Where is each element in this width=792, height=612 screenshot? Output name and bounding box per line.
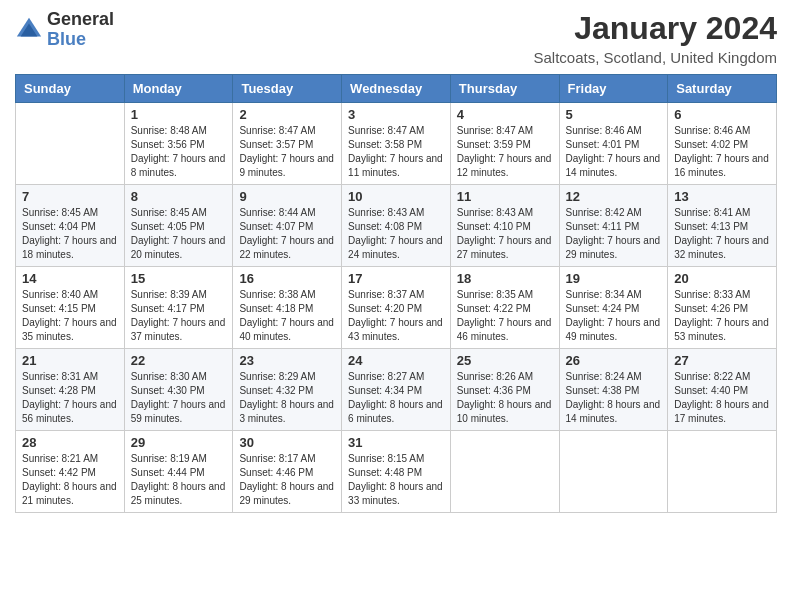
cell-info: Sunrise: 8:43 AMSunset: 4:08 PMDaylight:…: [348, 206, 444, 262]
cell-0-1: 1 Sunrise: 8:48 AMSunset: 3:56 PMDayligh…: [124, 103, 233, 185]
title-block: January 2024 Saltcoats, Scotland, United…: [534, 10, 777, 66]
cell-info: Sunrise: 8:31 AMSunset: 4:28 PMDaylight:…: [22, 370, 118, 426]
cell-0-6: 6 Sunrise: 8:46 AMSunset: 4:02 PMDayligh…: [668, 103, 777, 185]
cell-info: Sunrise: 8:27 AMSunset: 4:34 PMDaylight:…: [348, 370, 444, 426]
date-number: 16: [239, 271, 335, 286]
cell-info: Sunrise: 8:29 AMSunset: 4:32 PMDaylight:…: [239, 370, 335, 426]
date-number: 7: [22, 189, 118, 204]
header-friday: Friday: [559, 75, 668, 103]
cell-info: Sunrise: 8:43 AMSunset: 4:10 PMDaylight:…: [457, 206, 553, 262]
date-number: 29: [131, 435, 227, 450]
cell-3-4: 25 Sunrise: 8:26 AMSunset: 4:36 PMDaylig…: [450, 349, 559, 431]
cell-info: Sunrise: 8:47 AMSunset: 3:58 PMDaylight:…: [348, 124, 444, 180]
date-number: 3: [348, 107, 444, 122]
header-monday: Monday: [124, 75, 233, 103]
cell-info: Sunrise: 8:40 AMSunset: 4:15 PMDaylight:…: [22, 288, 118, 344]
logo-icon: [15, 16, 43, 44]
cell-info: Sunrise: 8:35 AMSunset: 4:22 PMDaylight:…: [457, 288, 553, 344]
cell-info: Sunrise: 8:47 AMSunset: 3:59 PMDaylight:…: [457, 124, 553, 180]
cell-3-6: 27 Sunrise: 8:22 AMSunset: 4:40 PMDaylig…: [668, 349, 777, 431]
date-number: 8: [131, 189, 227, 204]
cell-4-4: [450, 431, 559, 513]
date-number: 23: [239, 353, 335, 368]
cell-info: Sunrise: 8:17 AMSunset: 4:46 PMDaylight:…: [239, 452, 335, 508]
cell-1-6: 13 Sunrise: 8:41 AMSunset: 4:13 PMDaylig…: [668, 185, 777, 267]
date-number: 24: [348, 353, 444, 368]
cell-0-2: 2 Sunrise: 8:47 AMSunset: 3:57 PMDayligh…: [233, 103, 342, 185]
week-row-4: 28 Sunrise: 8:21 AMSunset: 4:42 PMDaylig…: [16, 431, 777, 513]
date-number: 11: [457, 189, 553, 204]
cell-info: Sunrise: 8:24 AMSunset: 4:38 PMDaylight:…: [566, 370, 662, 426]
cell-0-4: 4 Sunrise: 8:47 AMSunset: 3:59 PMDayligh…: [450, 103, 559, 185]
cell-1-2: 9 Sunrise: 8:44 AMSunset: 4:07 PMDayligh…: [233, 185, 342, 267]
header-sunday: Sunday: [16, 75, 125, 103]
cell-info: Sunrise: 8:46 AMSunset: 4:02 PMDaylight:…: [674, 124, 770, 180]
cell-2-3: 17 Sunrise: 8:37 AMSunset: 4:20 PMDaylig…: [342, 267, 451, 349]
cell-info: Sunrise: 8:19 AMSunset: 4:44 PMDaylight:…: [131, 452, 227, 508]
cell-info: Sunrise: 8:45 AMSunset: 4:05 PMDaylight:…: [131, 206, 227, 262]
date-number: 31: [348, 435, 444, 450]
cell-info: Sunrise: 8:22 AMSunset: 4:40 PMDaylight:…: [674, 370, 770, 426]
header-wednesday: Wednesday: [342, 75, 451, 103]
location-title: Saltcoats, Scotland, United Kingdom: [534, 49, 777, 66]
cell-2-1: 15 Sunrise: 8:39 AMSunset: 4:17 PMDaylig…: [124, 267, 233, 349]
cell-info: Sunrise: 8:44 AMSunset: 4:07 PMDaylight:…: [239, 206, 335, 262]
cell-1-5: 12 Sunrise: 8:42 AMSunset: 4:11 PMDaylig…: [559, 185, 668, 267]
date-number: 21: [22, 353, 118, 368]
cell-3-3: 24 Sunrise: 8:27 AMSunset: 4:34 PMDaylig…: [342, 349, 451, 431]
cell-info: Sunrise: 8:42 AMSunset: 4:11 PMDaylight:…: [566, 206, 662, 262]
cell-4-6: [668, 431, 777, 513]
calendar-header-row: Sunday Monday Tuesday Wednesday Thursday…: [16, 75, 777, 103]
cell-2-5: 19 Sunrise: 8:34 AMSunset: 4:24 PMDaylig…: [559, 267, 668, 349]
date-number: 2: [239, 107, 335, 122]
cell-2-4: 18 Sunrise: 8:35 AMSunset: 4:22 PMDaylig…: [450, 267, 559, 349]
cell-3-2: 23 Sunrise: 8:29 AMSunset: 4:32 PMDaylig…: [233, 349, 342, 431]
header-tuesday: Tuesday: [233, 75, 342, 103]
logo-general-text: General: [47, 10, 114, 30]
cell-info: Sunrise: 8:41 AMSunset: 4:13 PMDaylight:…: [674, 206, 770, 262]
date-number: 10: [348, 189, 444, 204]
date-number: 28: [22, 435, 118, 450]
logo-text: General Blue: [47, 10, 114, 50]
date-number: 9: [239, 189, 335, 204]
cell-info: Sunrise: 8:37 AMSunset: 4:20 PMDaylight:…: [348, 288, 444, 344]
cell-info: Sunrise: 8:38 AMSunset: 4:18 PMDaylight:…: [239, 288, 335, 344]
week-row-1: 7 Sunrise: 8:45 AMSunset: 4:04 PMDayligh…: [16, 185, 777, 267]
cell-0-5: 5 Sunrise: 8:46 AMSunset: 4:01 PMDayligh…: [559, 103, 668, 185]
date-number: 20: [674, 271, 770, 286]
calendar-table: Sunday Monday Tuesday Wednesday Thursday…: [15, 74, 777, 513]
date-number: 13: [674, 189, 770, 204]
cell-4-1: 29 Sunrise: 8:19 AMSunset: 4:44 PMDaylig…: [124, 431, 233, 513]
date-number: 17: [348, 271, 444, 286]
header-thursday: Thursday: [450, 75, 559, 103]
cell-info: Sunrise: 8:15 AMSunset: 4:48 PMDaylight:…: [348, 452, 444, 508]
date-number: 6: [674, 107, 770, 122]
date-number: 14: [22, 271, 118, 286]
cell-1-0: 7 Sunrise: 8:45 AMSunset: 4:04 PMDayligh…: [16, 185, 125, 267]
date-number: 4: [457, 107, 553, 122]
week-row-0: 1 Sunrise: 8:48 AMSunset: 3:56 PMDayligh…: [16, 103, 777, 185]
cell-4-0: 28 Sunrise: 8:21 AMSunset: 4:42 PMDaylig…: [16, 431, 125, 513]
week-row-3: 21 Sunrise: 8:31 AMSunset: 4:28 PMDaylig…: [16, 349, 777, 431]
date-number: 19: [566, 271, 662, 286]
cell-info: Sunrise: 8:48 AMSunset: 3:56 PMDaylight:…: [131, 124, 227, 180]
cell-0-0: [16, 103, 125, 185]
date-number: 22: [131, 353, 227, 368]
cell-1-3: 10 Sunrise: 8:43 AMSunset: 4:08 PMDaylig…: [342, 185, 451, 267]
cell-info: Sunrise: 8:21 AMSunset: 4:42 PMDaylight:…: [22, 452, 118, 508]
cell-4-5: [559, 431, 668, 513]
cell-2-2: 16 Sunrise: 8:38 AMSunset: 4:18 PMDaylig…: [233, 267, 342, 349]
header-saturday: Saturday: [668, 75, 777, 103]
date-number: 12: [566, 189, 662, 204]
page-header: General Blue January 2024 Saltcoats, Sco…: [15, 10, 777, 66]
week-row-2: 14 Sunrise: 8:40 AMSunset: 4:15 PMDaylig…: [16, 267, 777, 349]
cell-info: Sunrise: 8:47 AMSunset: 3:57 PMDaylight:…: [239, 124, 335, 180]
logo: General Blue: [15, 10, 114, 50]
cell-1-4: 11 Sunrise: 8:43 AMSunset: 4:10 PMDaylig…: [450, 185, 559, 267]
cell-info: Sunrise: 8:45 AMSunset: 4:04 PMDaylight:…: [22, 206, 118, 262]
cell-2-6: 20 Sunrise: 8:33 AMSunset: 4:26 PMDaylig…: [668, 267, 777, 349]
cell-info: Sunrise: 8:39 AMSunset: 4:17 PMDaylight:…: [131, 288, 227, 344]
date-number: 5: [566, 107, 662, 122]
cell-2-0: 14 Sunrise: 8:40 AMSunset: 4:15 PMDaylig…: [16, 267, 125, 349]
cell-4-3: 31 Sunrise: 8:15 AMSunset: 4:48 PMDaylig…: [342, 431, 451, 513]
